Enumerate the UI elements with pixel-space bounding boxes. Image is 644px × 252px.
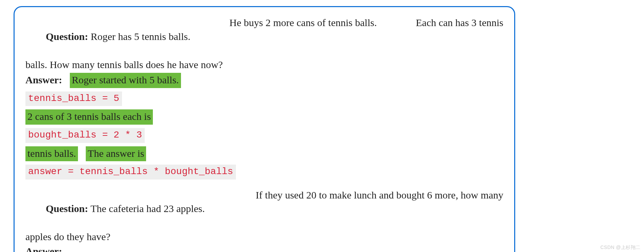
a1-line: Answer: Roger started with 5 balls.: [25, 73, 503, 88]
a1-code1: tennis_balls = 5: [25, 91, 122, 106]
q2-text-part1: The cafeteria had 23 apples.: [88, 203, 205, 214]
q1-line2: balls. How many tennis balls does he hav…: [25, 58, 503, 72]
prompt-box: Question: Roger has 5 tennis balls. He b…: [14, 6, 515, 252]
a1-code3: answer = tennis_balls * bought_balls: [25, 165, 236, 180]
a1-step3-row: tennis balls. The answer is: [25, 146, 503, 162]
a1-step1-text: Roger started with 5 balls.: [70, 73, 181, 88]
q1-text-part1: Roger has 5 tennis balls.: [88, 31, 190, 42]
q2-line2: apples do they have?: [25, 230, 503, 244]
a1-label: Answer:: [25, 74, 62, 85]
q1-line1: Question: Roger has 5 tennis balls. He b…: [25, 16, 503, 57]
q1-text-part2: He buys 2 more cans of tennis balls.: [229, 16, 377, 57]
watermark: CSDN @上杉翔二: [600, 245, 641, 251]
q2-line1: Question: The cafeteria had 23 apples. I…: [25, 188, 503, 230]
a1-step3-text-b: The answer is: [86, 146, 146, 162]
a1-code1-row: tennis_balls = 5: [25, 89, 503, 108]
a1-code2: bought_balls = 2 * 3: [25, 128, 145, 143]
q2-label: Question:: [46, 203, 88, 214]
a2-label: Answer:: [25, 246, 62, 252]
a1-step3-text-a: tennis balls.: [25, 146, 78, 162]
a2-label-row: Answer:: [25, 245, 503, 252]
q2-text-part2: If they used 20 to make lunch and bought…: [256, 188, 503, 230]
a1-code2-row: bought_balls = 2 * 3: [25, 126, 503, 145]
a1-step2-text: 2 cans of 3 tennis balls each is: [25, 109, 153, 125]
a1-step2-row: 2 cans of 3 tennis balls each is: [25, 109, 503, 125]
q1-text-part3: Each can has 3 tennis: [416, 16, 503, 57]
q1-label: Question:: [46, 31, 88, 42]
a1-code3-row: answer = tennis_balls * bought_balls: [25, 163, 503, 182]
